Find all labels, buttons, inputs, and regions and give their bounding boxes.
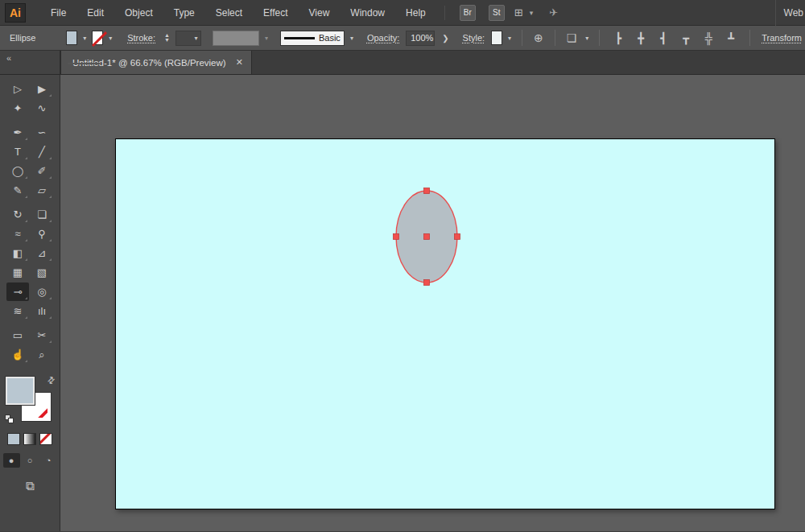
opacity-panel-link[interactable]: Opacity:: [367, 33, 399, 43]
gradient-button[interactable]: [23, 433, 36, 445]
lasso-tool[interactable]: ∿: [31, 99, 53, 118]
type-tool[interactable]: T: [6, 142, 29, 161]
hand-tool[interactable]: ☝: [6, 345, 29, 364]
line-segment-tool[interactable]: ╱: [31, 142, 53, 161]
toolbar-collapse-button[interactable]: «: [0, 51, 60, 74]
paintbrush-tool[interactable]: ✐: [31, 162, 53, 180]
ellipse-tool[interactable]: ◯: [6, 162, 29, 180]
scale-tool[interactable]: ❏: [31, 205, 53, 224]
bridge-button[interactable]: Br: [460, 5, 476, 21]
flyout-indicator: [49, 176, 52, 179]
gradient-tool[interactable]: ▧: [31, 263, 53, 282]
color-button[interactable]: [7, 433, 20, 445]
menu-item-view[interactable]: View: [299, 0, 341, 26]
shaper-tool[interactable]: ✎: [6, 181, 29, 200]
artboard-tool[interactable]: ▭: [6, 326, 29, 344]
perspective-grid-tool[interactable]: ⊿: [31, 244, 53, 262]
canvas-pasteboard[interactable]: [60, 75, 805, 531]
selection-handle-anchor-bottom[interactable]: [424, 280, 430, 286]
flyout-indicator: [25, 258, 27, 261]
flyout-indicator: [49, 340, 52, 343]
horizontal-align-center-icon[interactable]: ╋: [630, 32, 651, 44]
default-fill-stroke-icon[interactable]: [5, 414, 14, 423]
selection-handle-anchor-right[interactable]: [455, 234, 460, 240]
menu-item-edit[interactable]: Edit: [76, 0, 114, 26]
stroke-color-swatch[interactable]: [92, 31, 103, 45]
document-raster-settings-icon[interactable]: ⊕: [530, 31, 547, 44]
opacity-input[interactable]: 100%: [406, 31, 435, 46]
stroke-weight-dropdown[interactable]: ▾: [175, 31, 201, 46]
menu-item-type[interactable]: Type: [163, 0, 205, 26]
magic-wand-tool-icon: ✦: [14, 102, 23, 114]
shape-builder-tool[interactable]: ◧: [6, 244, 29, 262]
brush-definition-dropdown[interactable]: Basic: [280, 31, 345, 46]
draw-normal-mode[interactable]: ●: [3, 453, 20, 468]
chevron-down-icon[interactable]: ▾: [106, 35, 114, 42]
rotate-tool[interactable]: ↻: [6, 205, 29, 224]
document-setup-icon[interactable]: ❏: [564, 31, 580, 44]
stroke-weight-stepper[interactable]: ▲▼: [162, 33, 172, 43]
direct-selection-tool[interactable]: ▶: [31, 80, 53, 98]
control-bar: Ellipse ▾ ▾ Stroke: ▲▼ ▾ ▾ Basic ▾ Opaci…: [0, 26, 805, 51]
style-panel-link[interactable]: Style:: [463, 33, 485, 43]
vertical-align-top-icon[interactable]: ┳: [675, 32, 696, 44]
chevron-down-icon[interactable]: ▾: [506, 35, 514, 42]
workspace-layout-icon[interactable]: ⊞: [514, 6, 523, 19]
panel-grip[interactable]: [68, 63, 100, 64]
gpu-performance-icon[interactable]: ✈: [549, 6, 558, 19]
flyout-indicator: [25, 138, 27, 140]
chevron-down-icon[interactable]: ▾: [80, 35, 89, 42]
menu-item-select[interactable]: Select: [205, 0, 253, 26]
selection-handle-center-point[interactable]: [424, 234, 430, 240]
draw-behind-mode[interactable]: ○: [22, 453, 39, 468]
variable-width-profile-dropdown[interactable]: [213, 31, 259, 46]
swap-fill-stroke-icon[interactable]: ⇄: [45, 374, 58, 387]
curvature-tool-icon: ∽: [38, 126, 47, 138]
scale-tool-icon: ❏: [37, 208, 47, 221]
puppet-warp-tool[interactable]: ⚲: [31, 225, 53, 243]
change-screen-mode-icon[interactable]: ⧉: [26, 479, 35, 493]
workspace-switcher[interactable]: Web: [775, 0, 805, 26]
selection-handle-anchor-left[interactable]: [394, 234, 399, 240]
none-button[interactable]: [39, 433, 52, 445]
column-graph-tool[interactable]: ılı: [31, 302, 53, 320]
chevron-down-icon[interactable]: ▾: [348, 35, 356, 42]
menu-item-effect[interactable]: Effect: [253, 0, 298, 26]
shaper-tool-icon: ✎: [14, 184, 23, 196]
curvature-tool[interactable]: ∽: [31, 123, 53, 142]
stroke-panel-link[interactable]: Stroke:: [127, 33, 155, 43]
selection-tool[interactable]: ▷: [6, 80, 29, 98]
fill-indicator[interactable]: [6, 377, 35, 405]
menu-item-window[interactable]: Window: [340, 0, 395, 26]
slice-tool[interactable]: ✂: [31, 326, 53, 344]
symbol-sprayer-tool[interactable]: ≋: [6, 302, 29, 320]
horizontal-align-right-icon[interactable]: ┫: [653, 32, 674, 44]
menu-item-file[interactable]: File: [40, 0, 76, 26]
paintbrush-tool-icon: ✐: [38, 165, 47, 177]
eyedropper-tool[interactable]: ⊸: [6, 282, 29, 301]
width-tool[interactable]: ≈: [6, 225, 29, 243]
horizontal-align-left-icon[interactable]: ┣: [608, 32, 629, 44]
selection-handle-anchor-top[interactable]: [424, 188, 430, 194]
draw-inside-mode[interactable]: ◔: [40, 453, 57, 468]
opacity-expand-arrow[interactable]: ❯: [438, 34, 452, 43]
stock-button[interactable]: St: [489, 5, 505, 21]
magic-wand-tool[interactable]: ✦: [6, 99, 29, 118]
transform-panel-link[interactable]: Transform: [762, 33, 802, 43]
mesh-tool[interactable]: ▦: [6, 263, 29, 282]
vertical-align-center-icon[interactable]: ╬: [698, 32, 719, 44]
close-icon[interactable]: ✕: [236, 57, 243, 68]
menu-item-help[interactable]: Help: [395, 0, 436, 26]
graphic-style-swatch[interactable]: [491, 31, 502, 45]
fill-color-swatch[interactable]: [66, 31, 77, 45]
menu-item-object[interactable]: Object: [114, 0, 163, 26]
slice-tool-icon: ✂: [38, 329, 47, 341]
eraser-tool[interactable]: ▱: [31, 181, 53, 200]
pen-tool[interactable]: ✒: [6, 123, 29, 142]
chevron-down-icon[interactable]: ▾: [583, 35, 591, 42]
chevron-down-icon[interactable]: ▾: [262, 35, 270, 42]
zoom-tool[interactable]: ⌕: [31, 345, 53, 364]
vertical-align-bottom-icon[interactable]: ┻: [720, 32, 741, 44]
blend-tool[interactable]: ◎: [31, 282, 53, 301]
chevron-down-icon[interactable]: ▾: [530, 9, 534, 17]
